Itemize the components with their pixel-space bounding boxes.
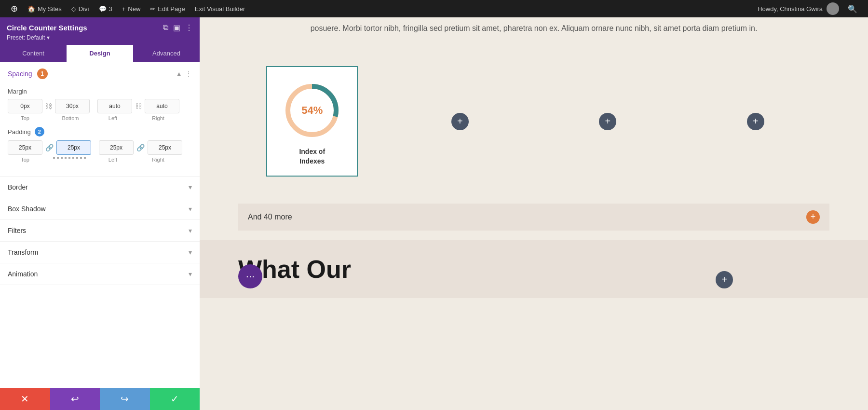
page-content: posuere. Morbi tortor nibh, fringilla se… [200,17,868,410]
margin-right-input[interactable] [145,99,179,113]
padding-top-input[interactable] [8,140,42,155]
circle-counter-card: 54% Index ofIndexes [266,66,358,177]
padding-right-input[interactable] [148,140,182,155]
padding-bottom-input[interactable] [56,140,91,155]
and-more-bar[interactable]: And 40 more + [238,204,829,231]
save-button[interactable]: ✓ [150,388,200,410]
redo-button[interactable]: ↪ [100,388,150,410]
padding-badge: 2 [35,127,44,137]
border-section: Border ▾ [0,177,200,198]
spacing-badge: 1 [37,68,48,79]
transform-section-header[interactable]: Transform ▾ [0,242,200,263]
tab-advanced[interactable]: Advanced [133,45,200,62]
spacing-title: Spacing [8,70,32,78]
margin-top-input[interactable] [8,99,42,113]
padding-left-input[interactable] [99,140,134,155]
counter-cell-3: + [534,54,682,189]
padding-link-icon-2[interactable]: 🔗 [136,144,146,151]
padding-drag-indicator[interactable] [53,157,88,159]
bottom-section: What Our ··· + [200,240,868,298]
padding-label: Padding [8,128,31,136]
margin-inputs: ⛓ ⛓ [8,99,192,113]
add-counter-3-button[interactable]: + [599,113,616,130]
padding-labels: Top Left Right [8,157,192,163]
layout-icon[interactable]: ▣ [173,23,180,32]
panel-body: Spacing 1 ▲ ⋮ Margin ⛓ [0,62,200,388]
transform-title: Transform [8,248,38,256]
border-chevron-icon[interactable]: ▾ [189,183,192,191]
box-shadow-section-header[interactable]: Box Shadow ▾ [0,198,200,219]
box-shadow-section: Box Shadow ▾ [0,198,200,220]
copy-icon[interactable]: ⧉ [163,23,168,32]
padding-link-icon[interactable]: 🔗 [44,144,54,151]
my-sites-menu[interactable]: 🏠 My Sites [23,0,67,17]
padding-inputs: 🔗 🔗 [8,140,192,155]
undo-button[interactable]: ↩ [50,388,100,410]
search-icon[interactable]: 🔍 [843,4,862,14]
divi-icon: ◇ [71,5,76,13]
spacing-section: Spacing 1 ▲ ⋮ Margin ⛓ [0,62,200,177]
floating-options-button[interactable]: ··· [238,264,262,288]
filters-section: Filters ▾ [0,220,200,242]
section-menu-icon[interactable]: ⋮ [185,70,192,78]
panel-title: Circle Counter Settings [7,24,87,32]
cancel-button[interactable]: ✕ [0,388,50,410]
tab-design[interactable]: Design [67,45,133,62]
and-more-plus-button[interactable]: + [806,210,820,224]
chevron-down-icon: ▾ [47,34,50,41]
wp-icon: ⊕ [11,3,18,14]
animation-chevron-icon[interactable]: ▾ [189,270,192,278]
howdy-text: Howdy, Christina Gwira [758,5,823,13]
add-counter-2-button[interactable]: + [451,113,469,130]
house-icon: 🏠 [27,5,35,13]
tab-content[interactable]: Content [0,45,67,62]
box-shadow-title: Box Shadow [8,205,46,213]
page-intro-text: posuere. Morbi tortor nibh, fringilla se… [200,17,868,49]
spacing-section-header[interactable]: Spacing 1 ▲ ⋮ [0,62,200,86]
pencil-icon: ✏ [150,5,155,13]
admin-bar-right: Howdy, Christina Gwira 🔍 [758,2,862,15]
box-shadow-chevron-icon[interactable]: ▾ [189,205,192,213]
panel-header: Circle Counter Settings ⧉ ▣ ⋮ Preset: De… [0,17,200,45]
counter-cell-1: 54% Index ofIndexes [238,54,386,189]
filters-section-header[interactable]: Filters ▾ [0,220,200,241]
margin-labels: Top Bottom Left Right [8,115,192,121]
transform-chevron-icon[interactable]: ▾ [189,248,192,256]
animation-section: Animation ▾ [0,263,200,285]
avatar [827,2,839,15]
animation-section-header[interactable]: Animation ▾ [0,263,200,285]
settings-panel: Circle Counter Settings ⧉ ▣ ⋮ Preset: De… [0,17,200,410]
transform-section: Transform ▾ [0,242,200,263]
floating-plus-bottom-button[interactable]: + [716,271,733,288]
spacing-content: Margin ⛓ ⛓ [0,86,200,176]
border-section-header[interactable]: Border ▾ [0,177,200,198]
filters-title: Filters [8,227,26,234]
margin-link-icon-2[interactable]: ⛓ [134,102,143,110]
margin-label: Margin [8,88,192,95]
divi-menu[interactable]: ◇ Divi [67,0,94,17]
circle-chart: 54% [283,82,341,139]
admin-bar: ⊕ 🏠 My Sites ◇ Divi 💬 3 + New ✏ Edit Pag… [0,0,868,17]
margin-link-icon[interactable]: ⛓ [44,102,53,110]
counter-label: Index ofIndexes [299,147,325,166]
comment-icon-bar[interactable]: 💬 3 [94,0,117,17]
margin-left-input[interactable] [97,99,132,113]
panel-header-icons: ⧉ ▣ ⋮ [163,23,193,32]
add-counter-4-button[interactable]: + [747,113,764,130]
margin-bottom-input[interactable] [55,99,90,113]
counter-cell-2: + [386,54,534,189]
animation-title: Animation [8,270,38,278]
section-collapse-icon[interactable]: ▲ [176,70,182,78]
counter-cell-4: + [682,54,830,189]
more-icon[interactable]: ⋮ [185,23,193,32]
edit-page-btn[interactable]: ✏ Edit Page [145,0,190,17]
preset-selector[interactable]: Preset: Default ▾ [7,34,193,41]
filters-chevron-icon[interactable]: ▾ [189,227,192,234]
counters-grid: 54% Index ofIndexes + + + [200,49,868,199]
wp-logo[interactable]: ⊕ [6,0,23,17]
exit-visual-builder-btn[interactable]: Exit Visual Builder [190,0,250,17]
plus-new-icon: + [122,5,126,13]
bottom-action-bar: ✕ ↩ ↪ ✓ [0,388,200,410]
percentage-value: 54% [301,104,323,117]
new-menu[interactable]: + New [117,0,146,17]
